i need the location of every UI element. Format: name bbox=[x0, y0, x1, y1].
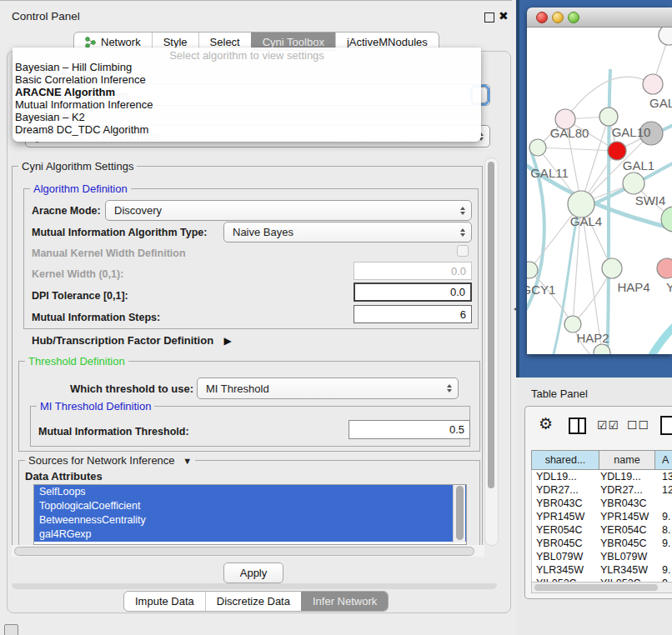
sources-title-text: Sources for Network Inference bbox=[28, 454, 175, 467]
document-icon[interactable] bbox=[660, 416, 672, 435]
node-gal10[interactable] bbox=[599, 108, 618, 126]
table-row[interactable]: YPR145WYPR145W9. bbox=[532, 510, 672, 523]
dropdown-item[interactable]: Mutual Information Inference bbox=[15, 98, 153, 111]
node-label: GAL80 bbox=[550, 126, 589, 140]
cell: 9. bbox=[657, 537, 672, 550]
checked-boxes-icon[interactable]: ☑☑ bbox=[597, 418, 619, 432]
close-traffic-light-icon[interactable] bbox=[536, 12, 548, 23]
list-item[interactable]: BetweennessCentrality bbox=[34, 513, 466, 528]
tab-network-label: Network bbox=[101, 36, 141, 48]
which-threshold-combobox[interactable]: MI Threshold bbox=[197, 378, 459, 399]
network-window-titlebar[interactable] bbox=[527, 8, 672, 28]
node-hap4[interactable] bbox=[602, 258, 622, 278]
table-panel-region: Table Panel ⚙ ☑☑ ☐☐ shared... name A YDL… bbox=[516, 378, 672, 635]
cell: YBR043C bbox=[599, 497, 657, 510]
close-icon[interactable]: ✖ bbox=[499, 9, 509, 22]
tab-style-label: Style bbox=[163, 36, 188, 48]
zoom-traffic-light-icon[interactable] bbox=[568, 12, 579, 23]
node-label: Y bbox=[666, 280, 672, 294]
cell: 8. bbox=[657, 523, 672, 537]
dropdown-item[interactable]: Bayesian – K2 bbox=[15, 111, 85, 123]
table-row[interactable]: YBR045CYBR045C9. bbox=[532, 537, 672, 550]
tab-discretize-data[interactable]: Discretize Data bbox=[205, 592, 301, 611]
dropdown-item[interactable]: Basic Correlation Inference bbox=[15, 73, 146, 86]
node-swi4[interactable] bbox=[623, 172, 644, 194]
node-gal11[interactable] bbox=[529, 139, 546, 156]
cell: YPR145W bbox=[532, 510, 599, 523]
float-window-icon[interactable] bbox=[484, 12, 494, 22]
cell: YER054C bbox=[599, 523, 657, 537]
node[interactable] bbox=[643, 74, 663, 94]
node-label: GAL bbox=[649, 96, 672, 110]
tab-infer-network[interactable]: Infer Network bbox=[301, 592, 388, 611]
dropdown-placeholder: Select algorithm to view settings bbox=[13, 49, 481, 62]
network-nodes bbox=[527, 28, 672, 354]
node-label: HAP4 bbox=[617, 280, 649, 294]
node[interactable] bbox=[659, 28, 672, 45]
cell: YDR27... bbox=[599, 483, 657, 497]
threshold-definition-title: Threshold Definition bbox=[25, 355, 128, 368]
mi-steps-field[interactable]: 6 bbox=[354, 305, 472, 323]
column-header-name[interactable]: name bbox=[599, 451, 654, 469]
mi-threshold-field[interactable]: 0.5 bbox=[349, 420, 470, 439]
minimized-panel-icon[interactable] bbox=[4, 624, 18, 635]
which-threshold-label: Which threshold to use: bbox=[70, 382, 193, 395]
node-label: GAL4 bbox=[570, 214, 602, 228]
cell: 13 bbox=[657, 470, 672, 483]
table-horizontal-scrollbar[interactable] bbox=[531, 582, 672, 593]
kernel-width-field[interactable]: 0.0 bbox=[354, 262, 472, 280]
dpi-tolerance-field[interactable]: 0.0 bbox=[354, 282, 472, 302]
split-columns-icon[interactable] bbox=[569, 418, 586, 434]
column-header-shared-name[interactable]: shared... bbox=[532, 451, 599, 469]
table-row[interactable]: YBL079WYBL079W bbox=[532, 550, 672, 563]
table-row[interactable]: YDL19...YDL19...13 bbox=[532, 470, 672, 483]
table-panel-window: ⚙ ☑☑ ☐☐ shared... name A YDL19...YDL19..… bbox=[524, 406, 672, 599]
minimize-traffic-light-icon[interactable] bbox=[552, 12, 564, 23]
table-panel-title: Table Panel bbox=[531, 388, 588, 400]
hub-definition-toggle[interactable]: Hub/Transcription Factor Definition ▶ bbox=[32, 332, 232, 348]
data-attributes-list: SelfLoops TopologicalCoefficient Between… bbox=[33, 484, 467, 545]
node-gal1-selected[interactable] bbox=[608, 142, 626, 160]
list-item[interactable]: SelfLoops bbox=[34, 485, 466, 499]
teal-edges bbox=[527, 69, 672, 354]
table-row[interactable]: YLR345WYLR345W9. bbox=[532, 563, 672, 577]
cell bbox=[657, 497, 672, 510]
mi-algorithm-type-label: Mutual Information Algorithm Type: bbox=[32, 227, 207, 238]
collapsed-arrow-icon: ▶ bbox=[224, 335, 232, 347]
control-panel-title: Control Panel bbox=[12, 10, 80, 22]
list-item[interactable]: TopologicalCoefficient bbox=[34, 499, 466, 513]
list-scrollbar[interactable] bbox=[453, 485, 465, 542]
dropdown-item-selected[interactable]: ARACNE Algorithm bbox=[15, 86, 115, 98]
apply-button[interactable]: Apply bbox=[223, 562, 283, 583]
node-label: SWI4 bbox=[635, 193, 666, 208]
list-item[interactable]: gal4RGexp bbox=[34, 528, 466, 542]
table-row[interactable]: YBR043CYBR043C bbox=[532, 497, 672, 510]
algorithm-definition-title: Algorithm Definition bbox=[30, 182, 131, 195]
dropdown-item[interactable]: Dream8 DC_TDC Algorithm bbox=[15, 123, 148, 136]
node-hap2[interactable] bbox=[564, 316, 581, 332]
settings-vertical-scrollbar[interactable] bbox=[484, 158, 499, 546]
tab-impute-data[interactable]: Impute Data bbox=[124, 592, 205, 611]
cell: YDL19... bbox=[599, 470, 657, 483]
dropdown-item[interactable]: Bayesian – Hill Climbing bbox=[15, 61, 132, 73]
panel-bottom-strip bbox=[12, 583, 497, 589]
table-row[interactable]: YER054CYER054C8. bbox=[532, 523, 672, 537]
column-header-partial[interactable]: A bbox=[654, 451, 672, 469]
unchecked-boxes-icon[interactable]: ☐☐ bbox=[627, 418, 649, 432]
settings-horizontal-scrollbar[interactable] bbox=[12, 545, 484, 557]
aracne-mode-combobox[interactable]: Discovery bbox=[105, 200, 472, 221]
expanded-arrow-icon: ▼ bbox=[183, 456, 192, 466]
node-salmon[interactable] bbox=[657, 258, 672, 278]
mi-algorithm-type-combobox[interactable]: Naive Bayes bbox=[223, 222, 472, 242]
manual-kernel-width-checkbox[interactable] bbox=[457, 245, 469, 257]
cell: 9. bbox=[657, 563, 672, 577]
node-gcy1[interactable] bbox=[527, 262, 538, 278]
table-body: YDL19...YDL19...13 YDR27...YDR27...12 YB… bbox=[531, 470, 672, 582]
network-canvas[interactable]: GAL GAL80 GAL10 GAL1 GAL11 SWI4 GAL4 GCY… bbox=[527, 28, 672, 354]
combo-stepper-icon bbox=[460, 228, 465, 237]
mi-steps-label: Mutual Information Steps: bbox=[32, 312, 160, 323]
table-row[interactable]: YDR27...YDR27...12 bbox=[532, 483, 672, 497]
gear-icon[interactable]: ⚙ bbox=[539, 414, 553, 433]
cell: YBR043C bbox=[532, 497, 599, 510]
sources-group-title[interactable]: Sources for Network Inference ▼ bbox=[25, 454, 195, 467]
